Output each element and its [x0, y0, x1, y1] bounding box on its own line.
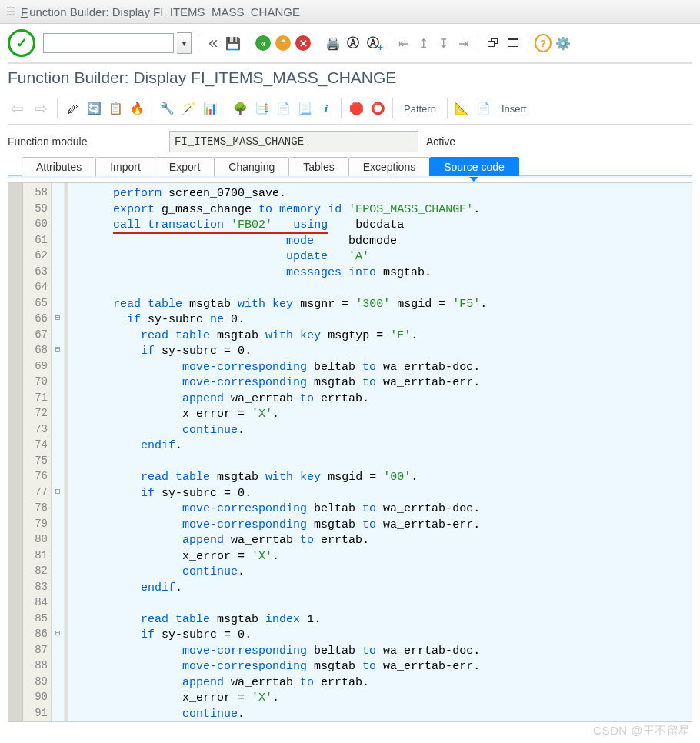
tab-attributes[interactable]: Attributes [22, 157, 96, 176]
line-number: 63 [23, 265, 51, 282]
code-text-area[interactable]: perform screen_0700_save. export g_mass_… [68, 183, 692, 721]
pattern-button[interactable]: Pattern [399, 103, 441, 115]
fold-spacer [52, 644, 64, 660]
line-number: 88 [23, 659, 51, 675]
toolbar-divider [198, 33, 198, 53]
breakpoint-icon[interactable]: 🛑 [348, 100, 365, 117]
line-number: 77 [23, 486, 51, 502]
fold-toggle-icon[interactable]: ⊟ [52, 628, 64, 644]
line-number: 73 [23, 423, 51, 439]
check-icon[interactable]: 📋 [107, 100, 124, 117]
fold-toggle-icon[interactable]: ⊟ [52, 344, 64, 360]
line-number: 74 [23, 438, 51, 455]
line-number: 67 [23, 328, 51, 345]
line-number: 83 [23, 581, 51, 597]
fold-spacer [52, 565, 64, 581]
line-number: 78 [23, 501, 51, 518]
fold-spacer [52, 596, 64, 612]
line-number: 81 [23, 549, 51, 565]
line-number: 64 [23, 281, 51, 297]
line-number: 62 [23, 249, 51, 265]
line-number: 89 [23, 675, 51, 691]
watermark-text: CSDN @王不留星 [593, 724, 691, 738]
toolbar-divider [392, 98, 393, 118]
find-next-icon[interactable]: Ⓐ+ [365, 35, 382, 52]
toolbar-divider [388, 33, 388, 53]
display-list-icon[interactable]: 📊 [202, 100, 218, 117]
save-icon: 💾 [225, 35, 242, 52]
enter-ok-button[interactable]: ✓ [8, 29, 35, 57]
line-number: 76 [23, 470, 51, 486]
tab-import[interactable]: Import [95, 157, 155, 176]
hierarchy2-icon[interactable]: 📑 [253, 100, 270, 117]
function-module-field[interactable] [169, 131, 418, 152]
fold-spacer [52, 218, 64, 234]
info-icon[interactable]: i [318, 100, 335, 117]
status-label: Active [426, 135, 455, 148]
toolbar-divider [478, 33, 478, 53]
window-titlebar: ☰ Function Builder: Display FI_ITEMS_MAS… [0, 0, 700, 24]
toolbar-divider [447, 98, 448, 118]
first-page-icon: ⇤ [395, 35, 412, 52]
command-field[interactable] [43, 33, 174, 53]
application-toolbar: ⇦ ⇨ 🖉 🔄 📋 🔥 🔧 🪄 📊 🌳 📑 📄 📃 i 🛑 ⭕ Pattern … [8, 93, 692, 125]
exit-button[interactable]: ⌃ [275, 35, 292, 52]
toolbar-divider [341, 98, 342, 118]
line-number: 79 [23, 518, 51, 534]
window-menu-icon[interactable]: ☰ [6, 5, 16, 18]
shortcut-icon[interactable]: 🗖 [505, 35, 522, 52]
tabs-row: AttributesImportExportChangingTablesExce… [8, 157, 692, 178]
fold-spacer [52, 360, 64, 376]
print-icon[interactable]: 🖨️ [325, 35, 342, 52]
activate-icon[interactable]: 🔥 [128, 100, 145, 117]
pretty-printer-icon[interactable]: 📐 [454, 100, 471, 117]
other-object-icon[interactable]: 🔄 [85, 100, 102, 117]
display-change-icon[interactable]: 🖉 [64, 100, 81, 117]
breakpoint2-icon[interactable]: ⭕ [369, 100, 386, 117]
doc-icon[interactable]: 📃 [296, 100, 313, 117]
fold-toggle-icon[interactable]: ⊟ [52, 486, 64, 502]
line-number: 72 [23, 407, 51, 423]
new-session-icon[interactable]: 🗗 [485, 35, 502, 52]
rewind-icon[interactable]: « [205, 35, 222, 52]
line-number: 58 [23, 186, 51, 202]
line-number: 66 [23, 312, 51, 328]
fold-spacer [52, 675, 64, 691]
page-title: Function Builder: Display FI_ITEMS_MASS_… [8, 64, 692, 93]
fold-spacer [52, 501, 64, 518]
tab-tables[interactable]: Tables [288, 157, 348, 176]
insert-button[interactable]: Insert [497, 103, 532, 115]
fold-spacer [52, 455, 64, 471]
where-used-icon[interactable]: 🪄 [180, 100, 197, 117]
fold-toggle-icon[interactable]: ⊟ [52, 312, 64, 328]
hierarchy-icon[interactable]: 🌳 [232, 100, 248, 117]
find-icon[interactable]: Ⓐ [345, 35, 362, 52]
fold-spacer [52, 549, 64, 565]
fold-spacer [52, 202, 64, 218]
fold-spacer [52, 265, 64, 282]
marker-margin [8, 183, 23, 721]
settings-icon[interactable]: ⚙️ [555, 35, 572, 52]
tab-changing[interactable]: Changing [214, 157, 289, 176]
function-module-label: Function module [8, 135, 169, 148]
fold-spacer [52, 581, 64, 597]
fold-spacer [52, 533, 64, 549]
help-icon[interactable]: ? [535, 35, 552, 52]
line-number: 65 [23, 297, 51, 313]
line-number: 82 [23, 565, 51, 581]
command-field-dropdown-icon[interactable]: ▾ [177, 32, 192, 54]
next-page-icon: ↧ [435, 35, 452, 52]
line-number: 84 [23, 596, 51, 612]
tab-source-code[interactable]: Source code [429, 157, 519, 176]
tab-exceptions[interactable]: Exceptions [348, 157, 430, 176]
tab-export[interactable]: Export [155, 157, 215, 176]
test-icon[interactable]: 🔧 [158, 100, 175, 117]
insert-icon[interactable]: 📄 [475, 100, 492, 117]
code-editor[interactable]: 5859606162636465666768697071727374757677… [8, 182, 692, 722]
cancel-button[interactable]: ✕ [295, 35, 312, 52]
fold-gutter[interactable]: ⊟⊟⊟⊟ [52, 183, 65, 721]
fold-spacer [52, 281, 64, 297]
back-button[interactable]: « [255, 35, 272, 52]
forward-arrow-icon: ⇨ [32, 99, 51, 118]
outline-icon[interactable]: 📄 [275, 100, 292, 117]
